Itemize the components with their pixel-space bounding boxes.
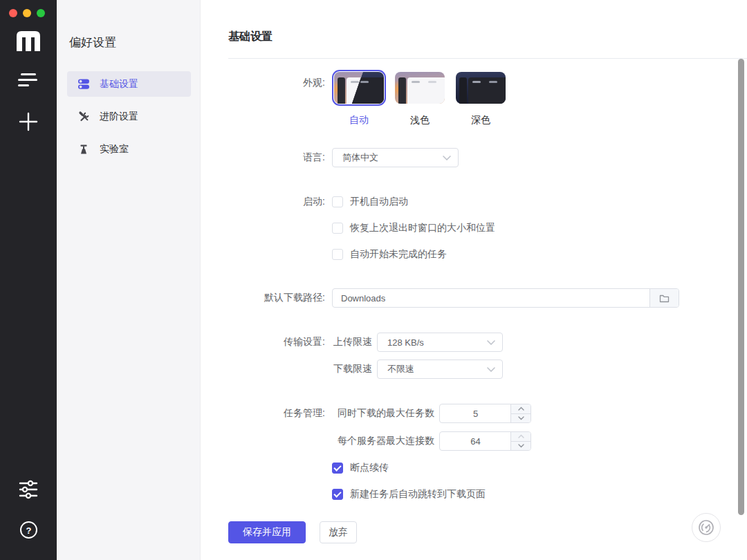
checkbox-jump-after-new-task[interactable]	[332, 489, 343, 500]
task-list-icon[interactable]	[0, 73, 57, 86]
max-connections-input[interactable]	[440, 432, 511, 450]
save-and-apply-button[interactable]: 保存并应用	[228, 521, 306, 543]
browse-folder-button[interactable]	[649, 289, 679, 307]
checkbox-label[interactable]: 断点续传	[350, 462, 389, 474]
sidebar-item-label: 进阶设置	[100, 111, 138, 123]
sidebar-item-advanced-settings[interactable]: 进阶设置	[67, 104, 191, 129]
theme-light-thumbnail	[395, 72, 445, 104]
app-sidebar: ?	[0, 0, 57, 560]
settings-main: 基础设置 外观:	[201, 0, 747, 560]
max-connections-row: 每个服务器最大连接数	[228, 431, 733, 451]
appearance-row: 外观:	[228, 70, 733, 127]
scrollbar-thumb[interactable]	[738, 59, 744, 515]
max-tasks-row: 任务管理: 同时下载的最大任务数	[228, 404, 733, 423]
language-select-value: 简体中文	[342, 151, 378, 164]
tools-icon	[77, 111, 90, 122]
theme-option-light[interactable]: 浅色	[393, 70, 447, 127]
actions-row: 保存并应用 放弃	[228, 521, 733, 543]
title-divider	[228, 58, 747, 59]
download-path-input[interactable]	[333, 289, 649, 307]
task-management-label: 任务管理:	[228, 407, 325, 420]
svg-text:?: ?	[26, 525, 31, 536]
checkbox-resume-unfinished-tasks[interactable]	[332, 249, 343, 260]
startup-label: 启动:	[228, 196, 325, 208]
language-select[interactable]: 简体中文	[332, 148, 459, 167]
page-title: 基础设置	[228, 30, 273, 44]
preferences-sliders-icon[interactable]	[0, 480, 57, 499]
chevron-down-icon	[487, 340, 495, 345]
theme-option-dark[interactable]: 深色	[454, 70, 508, 127]
startup-row-1: 启动: 开机自动启动	[228, 195, 733, 209]
upload-limit-value: 128 KB/s	[387, 337, 424, 348]
theme-label: 浅色	[410, 114, 430, 127]
sidebar-item-label: 实验室	[100, 143, 129, 156]
stepper-up-icon[interactable]	[511, 432, 531, 442]
upload-limit-row: 传输设置: 上传限速 128 KB/s	[228, 333, 733, 352]
download-path-row: 默认下载路径:	[228, 288, 733, 308]
checkbox-resume-transfer[interactable]	[332, 463, 343, 474]
minimize-button[interactable]	[23, 9, 31, 17]
folder-icon	[659, 294, 670, 303]
download-limit-select[interactable]: 不限速	[377, 360, 503, 379]
speed-gauge-button[interactable]	[692, 513, 721, 542]
download-limit-label: 下载限速	[332, 363, 372, 375]
max-tasks-input[interactable]	[440, 404, 511, 422]
chevron-down-icon	[487, 367, 495, 372]
upload-limit-select[interactable]: 128 KB/s	[377, 333, 503, 352]
max-connections-label: 每个服务器最大连接数	[332, 435, 434, 447]
theme-dark-thumbnail	[456, 72, 506, 104]
startup-row-2: 恢复上次退出时窗口的大小和位置	[228, 221, 733, 235]
max-tasks-label: 同时下载的最大任务数	[332, 407, 434, 420]
zoom-button[interactable]	[37, 9, 45, 17]
language-row: 语言: 简体中文	[228, 148, 733, 167]
checkbox-auto-start-on-boot[interactable]	[332, 196, 343, 207]
checkbox-label[interactable]: 开机自动启动	[350, 196, 408, 208]
add-task-icon[interactable]	[0, 111, 57, 132]
resume-row: 断点续传	[228, 461, 733, 475]
download-path-label: 默认下载路径:	[228, 292, 325, 304]
help-icon[interactable]: ?	[0, 521, 57, 539]
theme-auto-thumbnail	[334, 72, 384, 104]
close-button[interactable]	[9, 9, 17, 17]
preferences-title: 偏好设置	[69, 35, 116, 50]
theme-label: 自动	[349, 114, 369, 127]
transfer-label: 传输设置:	[228, 336, 325, 348]
upload-limit-label: 上传限速	[332, 336, 372, 348]
download-limit-row: 下载限速 不限速	[228, 360, 733, 379]
sidebar-item-basic-settings[interactable]: 基础设置	[67, 71, 191, 97]
theme-label: 深色	[471, 114, 490, 127]
language-label: 语言:	[228, 151, 325, 164]
max-connections-stepper	[439, 431, 531, 451]
download-limit-value: 不限速	[387, 363, 414, 375]
stepper-down-icon[interactable]	[511, 414, 531, 423]
checkbox-label[interactable]: 恢复上次退出时窗口的大小和位置	[350, 222, 495, 234]
theme-option-auto[interactable]: 自动	[332, 70, 386, 127]
jump-to-downloads-row: 新建任务后自动跳转到下载页面	[228, 487, 733, 501]
startup-row-3: 自动开始未完成的任务	[228, 248, 733, 261]
gauge-icon	[698, 519, 714, 536]
max-tasks-stepper	[439, 404, 531, 423]
sidebar-item-label: 基础设置	[100, 78, 138, 91]
motrix-preferences-window: ? 偏好设置 基础设置	[0, 0, 747, 560]
sidebar-item-lab[interactable]: 实验室	[67, 136, 191, 162]
stepper-up-icon[interactable]	[511, 404, 531, 414]
appearance-label: 外观:	[228, 70, 325, 89]
motrix-logo-icon	[0, 29, 57, 53]
lab-icon	[77, 143, 90, 155]
stepper-down-icon[interactable]	[511, 442, 531, 451]
discard-button[interactable]: 放弃	[320, 521, 357, 543]
chevron-down-icon	[443, 156, 451, 160]
checkbox-label[interactable]: 新建任务后自动跳转到下载页面	[350, 488, 486, 501]
checkbox-restore-window[interactable]	[332, 223, 343, 234]
checkbox-label[interactable]: 自动开始未完成的任务	[350, 248, 447, 261]
preferences-sidebar: 偏好设置 基础设置	[57, 0, 201, 560]
toggles-icon	[77, 78, 90, 90]
